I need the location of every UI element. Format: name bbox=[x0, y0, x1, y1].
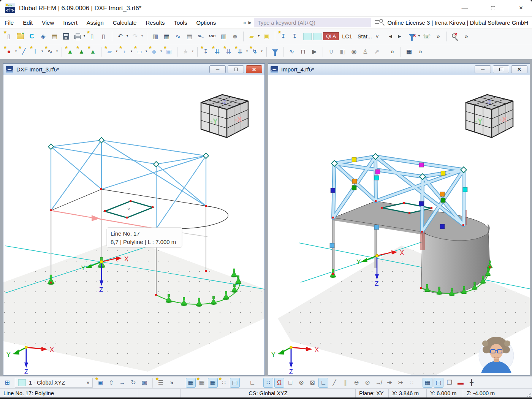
redo-button[interactable]: ↷▾ bbox=[130, 31, 140, 41]
maximize-button[interactable] bbox=[484, 0, 502, 16]
model-data-button[interactable]: ▤ bbox=[49, 31, 60, 41]
select-objects-button[interactable]: ▢ bbox=[230, 378, 240, 388]
new-selection-button[interactable]: ★∷ bbox=[219, 378, 229, 388]
ortho-corner-button[interactable]: ∟ bbox=[247, 378, 257, 388]
menu-item-insert[interactable]: Insert bbox=[59, 19, 82, 26]
combination-wizard-badge[interactable]: QI A bbox=[323, 32, 339, 40]
child-restore-button[interactable] bbox=[228, 65, 244, 73]
new-surface-button[interactable]: ★▰▾ bbox=[104, 46, 115, 57]
new-visibility-button[interactable]: ★☰ bbox=[156, 378, 166, 388]
child-title-bar-left[interactable]: DXF Imort_3.rf6* ─ ✕ bbox=[3, 64, 264, 75]
child-restore-button[interactable] bbox=[493, 65, 509, 73]
more-standard-button[interactable]: » bbox=[433, 31, 443, 41]
undo-button[interactable]: ↶▾ bbox=[115, 31, 125, 41]
snap-parallel-button[interactable]: ∥ bbox=[340, 378, 350, 388]
lc-color-swatch-1[interactable] bbox=[303, 33, 312, 40]
new-line-button[interactable]: ★╱ bbox=[19, 46, 29, 57]
move-object-button[interactable]: → bbox=[117, 378, 127, 388]
control-panel-button[interactable]: ▥ bbox=[218, 31, 229, 41]
snap-cross-1-button[interactable]: ↛ bbox=[374, 378, 383, 388]
child-close-button[interactable]: ✕ bbox=[511, 65, 527, 73]
minimize-button[interactable]: — bbox=[456, 0, 473, 16]
new-member-button[interactable]: ★Ⅰ▾ bbox=[30, 46, 40, 57]
new-solid-button[interactable]: ★◆▾ bbox=[149, 46, 159, 57]
open-file-button[interactable] bbox=[15, 31, 25, 41]
snap-line-button[interactable]: ╱ bbox=[329, 378, 339, 388]
coordinate-system-combo[interactable]: 1 - Global XYZ ∨ bbox=[15, 378, 93, 388]
close-button[interactable]: × bbox=[512, 0, 530, 16]
snap-circle-cross-button[interactable]: ⊗ bbox=[296, 378, 306, 388]
section-button[interactable]: ⊓ bbox=[298, 46, 308, 57]
open-model-button[interactable]: ◈ bbox=[38, 31, 48, 41]
snap-ellipse-button[interactable]: ⊘ bbox=[363, 378, 372, 388]
print-button[interactable]: ▾ bbox=[72, 31, 82, 41]
view-settings-button[interactable]: ☏ bbox=[422, 31, 432, 41]
zoom-off-button[interactable] bbox=[450, 31, 460, 41]
fly-mode-button[interactable]: ⇗ bbox=[372, 46, 382, 57]
menu-item-assign[interactable]: Assign bbox=[82, 19, 108, 26]
search-input[interactable] bbox=[254, 18, 371, 27]
dlubal-center-button[interactable]: C bbox=[27, 31, 37, 41]
snap-ortho-button[interactable]: ∟ bbox=[318, 378, 328, 388]
child-title-bar-right[interactable]: Import_4.rf6* ─ ✕ bbox=[268, 64, 530, 75]
visibility-data-button[interactable]: ▦ bbox=[186, 378, 196, 388]
transfer-load-button[interactable]: ★↧ bbox=[278, 31, 288, 41]
navigator-button[interactable]: ▥ bbox=[150, 31, 160, 41]
child-minimize-button[interactable]: ─ bbox=[209, 65, 226, 73]
navigation-cube[interactable]: -Y -X -Z bbox=[201, 95, 248, 138]
snap-square-button[interactable]: □ bbox=[285, 378, 295, 388]
edit-note-button[interactable]: ▣ bbox=[261, 31, 272, 41]
search-icon[interactable] bbox=[375, 19, 383, 27]
more-insert-button[interactable]: » bbox=[387, 46, 397, 57]
layers-button[interactable]: ❐ bbox=[445, 378, 454, 388]
rotate-object-button[interactable]: ↻ bbox=[128, 378, 138, 388]
snap-box-cross-button[interactable]: ⊠ bbox=[307, 378, 317, 388]
snap-cross-3-button[interactable]: ↣ bbox=[396, 378, 405, 388]
menu-run-icon[interactable]: ▶ bbox=[248, 20, 251, 25]
new-free-load-button[interactable]: ★↯▾ bbox=[250, 46, 260, 57]
save-button[interactable] bbox=[61, 31, 71, 41]
snap-magnet-button[interactable]: Ω bbox=[274, 378, 284, 388]
measure-button[interactable]: ╂ bbox=[467, 378, 477, 388]
selection-mode-button[interactable]: ▢ bbox=[434, 378, 443, 388]
menu-item-calculate[interactable]: Calculate bbox=[108, 19, 141, 26]
resize-grip[interactable] bbox=[527, 389, 532, 397]
snap-cross-2-button[interactable]: ↠ bbox=[385, 378, 394, 388]
slab-opening[interactable]: × bbox=[104, 200, 154, 218]
extrude-object-button[interactable]: ⇧ bbox=[106, 378, 116, 388]
new-nodal-load-button[interactable]: ★↧ bbox=[201, 46, 211, 57]
new-member-load-button[interactable]: ★⇊▾ bbox=[235, 46, 245, 57]
show-grid-button[interactable]: ▦ bbox=[423, 378, 432, 388]
printout-report-button[interactable]: ▯ bbox=[98, 31, 109, 41]
menu-item-tools[interactable]: Tools bbox=[169, 19, 192, 26]
result-beam-button[interactable]: ∪ bbox=[326, 46, 336, 57]
menu-item-results[interactable]: Results bbox=[141, 19, 169, 26]
support-chat-button[interactable]: ☻ bbox=[230, 31, 240, 41]
comment-console-button[interactable]: ≫_ bbox=[196, 31, 206, 41]
new-model-button[interactable]: ★▯ bbox=[4, 31, 14, 41]
more-tables-button[interactable]: » bbox=[415, 46, 426, 57]
new-polyline-button[interactable]: ★∿▾ bbox=[45, 46, 55, 57]
more-zoom-button[interactable]: » bbox=[461, 31, 472, 41]
visibility-all-button[interactable]: ▦ bbox=[208, 378, 218, 388]
import-load-button[interactable]: ↧ bbox=[290, 31, 300, 41]
new-nodal-support-button[interactable]: ★▲ bbox=[65, 46, 75, 57]
new-member-hinge-button[interactable]: ★▲ bbox=[88, 46, 98, 57]
tables-button[interactable]: ▦ bbox=[162, 31, 172, 41]
new-node-button[interactable]: ★●▾ bbox=[4, 46, 14, 57]
insert-block-button[interactable]: ★▣ bbox=[95, 378, 105, 388]
result-diagram-button[interactable]: ∿ bbox=[287, 46, 297, 57]
new-line-support-button[interactable]: ★▲ bbox=[76, 46, 87, 57]
new-curved-surface-button[interactable]: ★◗▾ bbox=[119, 46, 130, 57]
more-edit-button[interactable]: » bbox=[167, 378, 177, 388]
tables-window-button[interactable]: ▦ bbox=[404, 46, 414, 57]
model-canvas-right[interactable]: X Y Z X bbox=[268, 75, 530, 375]
menu-item-view[interactable]: View bbox=[37, 19, 59, 26]
printout-panel-button[interactable]: ▤ bbox=[184, 31, 195, 41]
new-surface-load-button[interactable]: ★⇊ bbox=[223, 46, 234, 57]
prev-load-case-button[interactable]: ◀ bbox=[386, 33, 394, 40]
result-surfaces-button[interactable]: ◧ bbox=[337, 46, 348, 57]
rendering-button[interactable]: ◉ bbox=[349, 46, 359, 57]
workplane-button[interactable]: ⊞ bbox=[2, 378, 12, 388]
walk-through-button[interactable]: ♙ bbox=[360, 46, 370, 57]
